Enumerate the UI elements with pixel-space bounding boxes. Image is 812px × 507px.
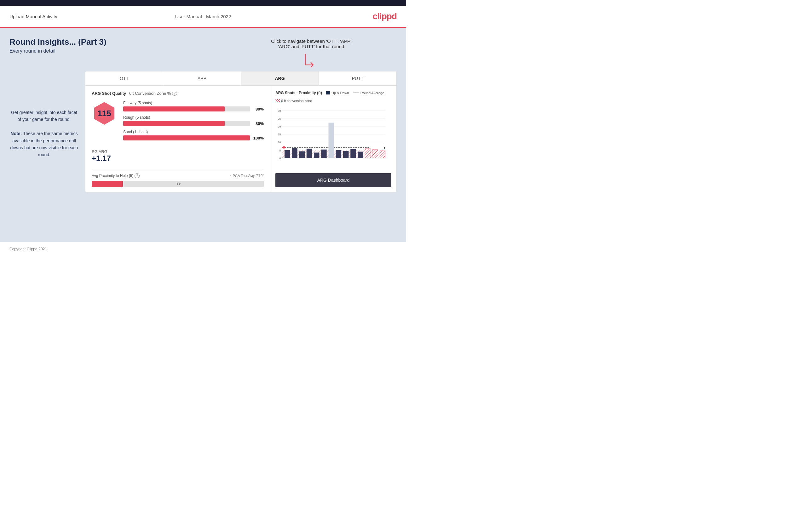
- bars-container: Fairway (5 shots) 80% Rough (5 shots): [123, 101, 264, 144]
- nav-hint: Click to navigate between 'OTT', 'APP','…: [271, 39, 353, 49]
- header: Upload Manual Activity User Manual - Mar…: [0, 6, 406, 28]
- svg-text:0: 0: [280, 157, 281, 160]
- svg-rect-22: [299, 152, 305, 158]
- bar-label-fairway: Fairway (5 shots): [123, 101, 264, 105]
- svg-rect-31: [365, 149, 370, 158]
- bar-row-sand: Sand (1 shots) 100%: [123, 130, 264, 140]
- main-content: Round Insights... (Part 3) Every round i…: [0, 28, 406, 242]
- bar-pct-sand: 100%: [252, 136, 264, 140]
- tab-putt[interactable]: PUTT: [319, 71, 396, 86]
- legend-round-avg: Round Average: [353, 91, 385, 95]
- svg-rect-21: [292, 148, 297, 158]
- proximity-section: Avg Proximity to Hole (ft) ? ↑ PGA Tour …: [92, 169, 264, 187]
- shot-quality-label: ARG Shot Quality: [92, 91, 126, 96]
- bar-pct-fairway: 80%: [252, 107, 264, 111]
- svg-rect-23: [307, 149, 312, 158]
- svg-rect-27: [336, 150, 341, 158]
- svg-text:5: 5: [280, 149, 281, 152]
- svg-text:15: 15: [278, 133, 281, 136]
- bar-fill-rough: [123, 121, 225, 126]
- legend-conversion-icon: [275, 99, 280, 102]
- pga-tour-avg: ↑ PGA Tour Avg: 7'10": [230, 174, 264, 178]
- svg-rect-29: [350, 149, 356, 158]
- bar-track-rough: [123, 121, 250, 126]
- left-description: Get greater insight into each facet of y…: [9, 109, 79, 158]
- tab-arg[interactable]: ARG: [241, 71, 319, 86]
- svg-rect-28: [343, 151, 349, 158]
- hex-score-value: 115: [97, 109, 111, 118]
- sg-section: SG ARG +1.17: [92, 149, 264, 163]
- hex-container: 115 Fairway (5 shots) 80%: [92, 101, 264, 144]
- svg-rect-33: [380, 151, 385, 158]
- page-subtitle: Every round in detail: [9, 48, 106, 54]
- top-bar: [0, 0, 406, 6]
- svg-text:25: 25: [278, 117, 281, 120]
- bar-row-fairway: Fairway (5 shots) 80%: [123, 101, 264, 111]
- bar-label-rough: Rough (5 shots): [123, 115, 264, 120]
- svg-text:20: 20: [278, 125, 281, 128]
- arg-chart: 30 25 20 15 10 5 0: [275, 106, 391, 169]
- hex-score-shape: 115: [92, 101, 117, 126]
- bar-fill-sand: [123, 135, 250, 140]
- clippd-logo: clippd: [373, 11, 397, 21]
- chart-title: ARG Shots - Proximity (ft): [275, 91, 322, 95]
- help-icon[interactable]: ?: [172, 91, 177, 96]
- bar-track-sand: [123, 135, 250, 140]
- note-label: Note:: [11, 131, 22, 136]
- right-panel: ARG Shots - Proximity (ft) Up & Down Rou…: [270, 86, 396, 192]
- proximity-bar-track: 77': [92, 181, 264, 187]
- svg-text:30: 30: [278, 109, 281, 112]
- svg-text:10: 10: [278, 141, 281, 144]
- proximity-value: 77': [176, 182, 181, 186]
- sg-label: SG ARG: [92, 149, 264, 154]
- svg-rect-24: [314, 153, 319, 158]
- upload-label: Upload Manual Activity: [9, 14, 57, 19]
- proximity-help-icon[interactable]: ?: [135, 173, 140, 178]
- svg-rect-20: [285, 150, 290, 158]
- copyright: Copyright Clippd 2021: [9, 247, 47, 251]
- tabs-container: OTT APP ARG PUTT: [85, 71, 396, 86]
- manual-label: User Manual - March 2022: [175, 14, 231, 19]
- legend-round-avg-icon: [353, 93, 359, 93]
- bar-row-rough: Rough (5 shots) 80%: [123, 115, 264, 126]
- svg-rect-30: [358, 152, 363, 158]
- bar-track-fairway: [123, 106, 250, 111]
- nav-arrow-icon: [304, 52, 319, 71]
- svg-rect-25: [321, 150, 326, 158]
- arg-dashboard-button[interactable]: ARG Dashboard: [275, 173, 391, 187]
- tab-app[interactable]: APP: [163, 71, 241, 86]
- legend-up-down: Up & Down: [326, 91, 349, 95]
- bar-fill-fairway: [123, 106, 225, 111]
- content-row: Get greater insight into each facet of y…: [9, 71, 397, 192]
- chart-header: ARG Shots - Proximity (ft) Up & Down Rou…: [275, 91, 391, 103]
- legend-up-down-icon: [326, 91, 330, 95]
- main-card: OTT APP ARG PUTT ARG Shot Quality 6ft Co…: [85, 71, 397, 192]
- tab-ott[interactable]: OTT: [85, 71, 163, 86]
- svg-marker-18: [282, 146, 286, 149]
- proximity-label: Avg Proximity to Hole (ft) ?: [92, 173, 140, 178]
- panel-header: ARG Shot Quality 6ft Conversion Zone % ?: [92, 91, 264, 96]
- bar-pct-rough: 80%: [252, 121, 264, 126]
- bar-label-sand: Sand (1 shots): [123, 130, 264, 134]
- chart-area: 30 25 20 15 10 5 0: [275, 106, 391, 169]
- legend-conversion: 6 ft conversion zone: [275, 99, 312, 103]
- card-body: ARG Shot Quality 6ft Conversion Zone % ?…: [85, 86, 396, 192]
- proximity-header: Avg Proximity to Hole (ft) ? ↑ PGA Tour …: [92, 173, 264, 178]
- svg-text:8: 8: [384, 146, 386, 149]
- proximity-bar-fill: [92, 181, 122, 187]
- page-title: Round Insights... (Part 3): [9, 37, 106, 47]
- proximity-cursor: [122, 181, 123, 187]
- footer: Copyright Clippd 2021: [0, 242, 406, 256]
- svg-rect-26: [328, 123, 334, 158]
- left-panel: ARG Shot Quality 6ft Conversion Zone % ?…: [85, 86, 270, 192]
- conversion-label: 6ft Conversion Zone % ?: [129, 91, 177, 96]
- sg-value: +1.17: [92, 154, 264, 163]
- svg-rect-32: [372, 150, 378, 158]
